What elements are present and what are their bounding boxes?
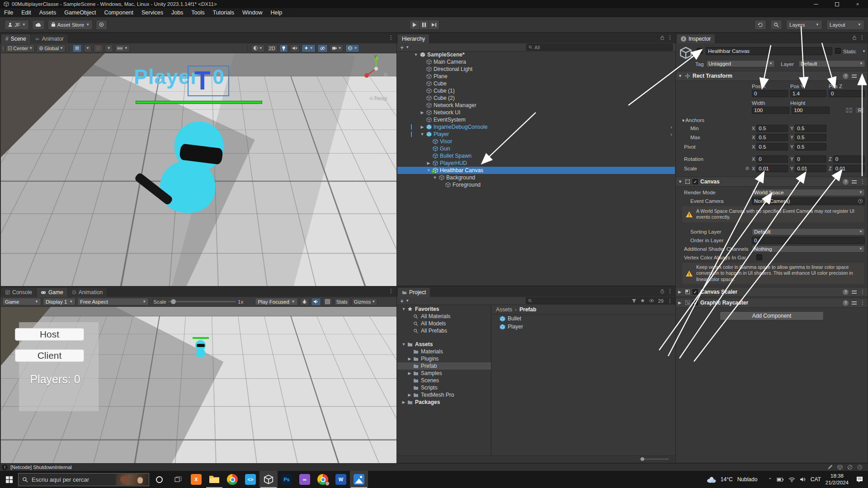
maximize-button[interactable] — [826, 0, 847, 8]
foldout-icon[interactable]: ▼ — [678, 74, 683, 78]
display-dropdown[interactable]: Display 1▼ — [43, 298, 75, 305]
scene-orientation-gizmo[interactable]: y — [363, 55, 390, 82]
gameobject-name-field[interactable]: Healthbar Canvas — [706, 47, 832, 55]
expander-icon[interactable]: ▶ — [407, 371, 412, 375]
menu-window[interactable]: Window — [238, 8, 266, 17]
lock-icon[interactable] — [852, 35, 857, 40]
help-icon[interactable] — [843, 179, 849, 185]
scale-x-field[interactable]: 0.01 — [756, 165, 788, 172]
asset-store-button[interactable]: Asset Store▼ — [48, 20, 93, 30]
mute-audio-button[interactable] — [311, 298, 321, 306]
gizmos-overlay-dropdown[interactable]: ▼ — [345, 44, 359, 52]
scale-z-field[interactable]: 0.01 — [833, 165, 865, 172]
taskbar-app-photoshop[interactable]: Ps — [278, 471, 296, 488]
order-in-layer-field[interactable]: 0 — [752, 237, 865, 244]
add-component-button[interactable]: Add Component — [720, 311, 824, 320]
foldout-icon[interactable]: ▶ — [678, 300, 683, 305]
project-folder-plugins[interactable]: ▶Plugins — [397, 355, 491, 362]
foldout-icon[interactable]: ▼ — [678, 179, 683, 184]
hierarchy-item-background[interactable]: ▼Background — [397, 174, 675, 181]
component-kebab[interactable] — [860, 179, 865, 184]
menu-services[interactable]: Services — [137, 8, 167, 17]
bell-disabled-icon[interactable] — [847, 465, 853, 470]
scene-menu-kebab[interactable] — [388, 35, 394, 40]
cortana-button[interactable] — [149, 476, 169, 483]
graphic-raycaster-checkbox[interactable] — [693, 300, 698, 305]
taskbar-app-chrome-profile[interactable] — [314, 471, 332, 488]
game-menu-kebab[interactable] — [388, 288, 394, 294]
expander-icon[interactable]: ▼ — [401, 307, 406, 311]
create-asset-button[interactable]: + — [400, 297, 404, 305]
increment-snap-dropdown[interactable]: ▼ — [105, 44, 113, 52]
expander-icon[interactable]: ▶ — [407, 393, 412, 397]
pen-disabled-icon[interactable] — [827, 465, 833, 470]
project-folder-all-models[interactable]: All Models — [397, 320, 491, 327]
anchor-preset-button[interactable] — [844, 107, 854, 114]
hierarchy-item-directional-light[interactable]: Directional Light — [397, 66, 675, 73]
pos-z-field[interactable]: 0 — [829, 90, 865, 97]
play-button[interactable] — [410, 20, 420, 30]
project-folder-assets[interactable]: ▼Assets — [397, 341, 491, 348]
menu-tutorials[interactable]: Tutorials — [209, 8, 238, 17]
open-prefab-arrow[interactable]: › — [670, 131, 672, 137]
expander-icon[interactable]: ▶ — [426, 161, 431, 165]
tab-inspector[interactable]: iInspector — [677, 34, 715, 43]
sorting-layer-dropdown[interactable]: Default▼ — [752, 228, 865, 235]
pivot-x-field[interactable]: 0.5 — [756, 143, 788, 150]
menu-gameobject[interactable]: GameObject — [60, 8, 100, 17]
increment-snap-toggle[interactable] — [94, 44, 103, 52]
clock[interactable]: 18:38 21/2/2024 — [826, 473, 849, 486]
start-button[interactable] — [0, 476, 18, 483]
weather-desc[interactable]: Nublado — [737, 476, 758, 483]
snap-settings-button[interactable]: ▼ — [115, 44, 130, 52]
hierarchy-item-eventsystem[interactable]: EventSystem — [397, 116, 675, 123]
project-folder-scenes[interactable]: Scenes — [397, 377, 491, 384]
pause-button[interactable] — [420, 20, 429, 30]
menu-help[interactable]: Help — [266, 8, 286, 17]
expander-icon[interactable]: ▼ — [432, 175, 438, 180]
focus-dropdown[interactable]: Play Focused▼ — [255, 298, 298, 305]
game-viewport[interactable]: Host Client Players: 0 — [1, 307, 397, 463]
expander-icon[interactable]: ▶ — [420, 125, 425, 129]
rotation-z-field[interactable]: 0 — [833, 155, 865, 163]
scale-slider-knob[interactable] — [171, 299, 176, 304]
static-caret[interactable]: ▼ — [862, 50, 866, 53]
status-message[interactable]: [Netcode] ShutdownInternal — [10, 465, 72, 470]
tray-expand-chevron[interactable]: ⌃ — [768, 477, 772, 482]
project-folder-scripts[interactable]: Scripts — [397, 384, 491, 391]
anchor-max-y-field[interactable]: 0.5 — [795, 134, 826, 141]
step-button[interactable] — [429, 20, 439, 30]
static-checkbox[interactable] — [835, 48, 841, 54]
preset-icon[interactable] — [852, 74, 857, 78]
project-toolbar-kebab[interactable] — [667, 298, 673, 304]
tool-handle-position-dropdown[interactable]: Center▼ — [5, 44, 35, 52]
hierarchy-item-main-camera[interactable]: Main Camera — [397, 58, 675, 66]
project-menu-kebab[interactable] — [667, 288, 673, 294]
hidden-count-eye-icon[interactable] — [649, 299, 655, 303]
hierarchy-item-foreground[interactable]: Foreground — [397, 181, 675, 188]
hierarchy-item-network-ui[interactable]: ▶Network UI — [397, 109, 675, 116]
create-object-caret[interactable]: ▼ — [406, 46, 409, 49]
battery-icon[interactable] — [777, 477, 784, 482]
shading-mode-dropdown[interactable]: ▼ — [251, 44, 265, 52]
project-folder-favorites[interactable]: ▼Favorites — [397, 305, 491, 313]
aspect-dropdown[interactable]: Free Aspect▼ — [77, 298, 149, 305]
expander-icon[interactable]: ▶ — [401, 400, 406, 404]
vertex-color-checkbox[interactable] — [756, 254, 762, 260]
menu-edit[interactable]: Edit — [17, 8, 35, 17]
effects-dropdown[interactable]: ▼ — [302, 44, 316, 52]
project-folder-samples[interactable]: ▶Samples — [397, 370, 491, 377]
toolbar-drag-handle[interactable]: || — [2, 46, 4, 51]
tab-animator[interactable]: Animator — [31, 34, 68, 43]
project-file-player[interactable]: Player — [491, 323, 675, 331]
host-button[interactable]: Host — [15, 328, 84, 341]
scene-audio-toggle[interactable] — [290, 44, 300, 52]
preset-icon[interactable] — [852, 180, 857, 184]
rotation-x-field[interactable]: 0 — [756, 155, 788, 163]
pivot-y-field[interactable]: 0.5 — [795, 143, 826, 150]
tool-handle-rotation-dropdown[interactable]: Global▼ — [37, 44, 66, 52]
hierarchy-search-input[interactable]: All — [526, 44, 673, 51]
hierarchy-item-playerhud[interactable]: ▶PlayerHUD — [397, 160, 675, 167]
search-everything-button[interactable] — [770, 20, 782, 30]
debug-button[interactable] — [300, 298, 309, 306]
